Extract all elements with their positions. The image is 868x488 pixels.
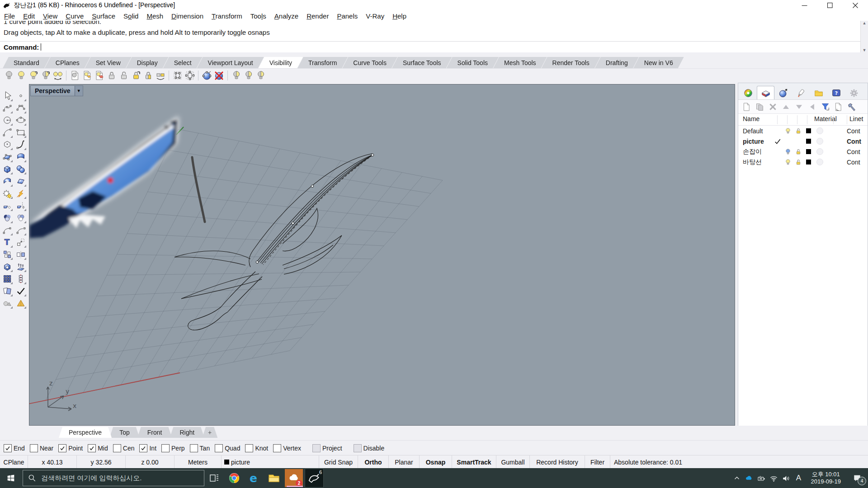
- layer-row-default[interactable]: DefaultCont: [738, 126, 868, 136]
- tool-doc-bulb-gray-button[interactable]: [69, 70, 81, 82]
- status-cplane[interactable]: CPlane: [0, 455, 28, 469]
- ribbon-tab-curve-tools[interactable]: Curve Tools: [342, 57, 397, 68]
- tool-circle-button[interactable]: [1, 114, 13, 126]
- viewport-perspective[interactable]: z y x Perspective ▼: [29, 84, 735, 426]
- tool-extend-curve-button[interactable]: [14, 224, 27, 236]
- checkbox-unchecked[interactable]: [245, 444, 253, 452]
- layer-material-cell[interactable]: [813, 159, 826, 165]
- menu-mesh[interactable]: Mesh: [142, 12, 167, 20]
- tool-bulb-gray-button[interactable]: [3, 70, 15, 82]
- tool-array-vertical-button[interactable]: [14, 273, 27, 285]
- tool-rectangle-button[interactable]: [14, 127, 27, 138]
- layers-doc-copy-button[interactable]: [753, 101, 766, 113]
- tool-boolean-dark-button[interactable]: [1, 212, 13, 224]
- scroll-down-icon[interactable]: ▼: [863, 48, 867, 52]
- tool-lock-open-button[interactable]: [118, 70, 130, 82]
- osnap-project[interactable]: Project: [312, 444, 342, 452]
- tool-extrude-button[interactable]: [14, 261, 27, 272]
- rhino-taskbar-icon[interactable]: 6: [305, 469, 324, 488]
- layers-doc-corner-button[interactable]: [832, 101, 845, 113]
- tool-arc-button[interactable]: [1, 127, 13, 138]
- tool-solid-union-button[interactable]: [1, 261, 13, 272]
- file-explorer-icon[interactable]: [264, 468, 284, 488]
- status-units[interactable]: Meters: [175, 455, 222, 469]
- layers-tri-up-button[interactable]: [779, 101, 793, 113]
- tool-doc-bulb-box-button[interactable]: [81, 70, 93, 82]
- wifi-icon[interactable]: [768, 468, 780, 488]
- layer-row-바탕선[interactable]: 바탕선Cont: [738, 157, 868, 167]
- osnap-mid[interactable]: Mid: [88, 444, 108, 452]
- tool-sphere-points-button[interactable]: [201, 70, 213, 82]
- layer-lock-icon[interactable]: [793, 159, 803, 166]
- layer-lock-icon[interactable]: [793, 127, 803, 135]
- task-view-button[interactable]: [204, 468, 224, 488]
- viewport-tab-top[interactable]: Top: [109, 427, 140, 438]
- tray-chevron-up-icon[interactable]: [731, 468, 743, 488]
- menu-tools[interactable]: Tools: [246, 12, 270, 20]
- notification-center-button[interactable]: 4: [846, 468, 868, 488]
- checkbox-checked[interactable]: [58, 444, 66, 452]
- tool-group-gray-button[interactable]: [1, 297, 13, 309]
- ribbon-tab-display[interactable]: Display: [126, 57, 169, 68]
- close-button[interactable]: [843, 0, 868, 11]
- layer-visibility-bulb-icon[interactable]: [783, 159, 793, 166]
- onedrive-icon[interactable]: [743, 468, 755, 488]
- tool-bulb-half-2-button[interactable]: [242, 70, 255, 82]
- osnap-vertex[interactable]: Vertex: [273, 444, 301, 452]
- ribbon-tab-cplanes[interactable]: CPlanes: [45, 57, 90, 68]
- layer-row-손잡이[interactable]: 손잡이Cont: [738, 146, 868, 157]
- checkbox-unchecked[interactable]: [273, 444, 281, 452]
- status-toggle-osnap[interactable]: Osnap: [420, 455, 452, 469]
- layer-color-cell[interactable]: [803, 160, 813, 164]
- checkbox-checked[interactable]: [139, 444, 147, 452]
- osnap-cen[interactable]: Cen: [113, 444, 135, 452]
- tool-trim-button[interactable]: [1, 200, 13, 211]
- checkbox-unchecked[interactable]: [190, 444, 198, 452]
- sword-curve-object[interactable]: [175, 154, 373, 330]
- tool-surface-plane-button[interactable]: [1, 151, 13, 163]
- osnap-knot[interactable]: Knot: [245, 444, 268, 452]
- tool-explode-star-button[interactable]: [1, 188, 13, 199]
- scroll-up-icon[interactable]: ▲: [863, 21, 867, 25]
- status-toggle-planar[interactable]: Planar: [389, 455, 420, 469]
- tool-lock-closed-button[interactable]: [105, 70, 118, 82]
- ime-indicator[interactable]: A: [792, 474, 806, 483]
- tool-boolean-light-button[interactable]: [14, 212, 27, 224]
- checkbox-unchecked[interactable]: [215, 444, 223, 452]
- layer-row-picture[interactable]: pictureCont: [738, 136, 868, 146]
- tool-point-button[interactable]: [14, 90, 27, 102]
- viewport-scene[interactable]: z y x: [29, 84, 735, 426]
- tool-lock-half-button[interactable]: [142, 70, 154, 82]
- start-button[interactable]: [0, 468, 22, 488]
- menu-solid[interactable]: Solid: [119, 12, 142, 20]
- tool-bulb-yellow-corner-button[interactable]: [27, 70, 39, 82]
- menu-analyze[interactable]: Analyze: [270, 12, 302, 20]
- checkbox-checked[interactable]: [4, 444, 12, 452]
- tool-bulb-half-3-button[interactable]: [255, 70, 267, 82]
- ribbon-tab-transform[interactable]: Transform: [297, 57, 348, 68]
- cloud-app-icon[interactable]: 2: [285, 469, 303, 487]
- tool-points-grid-1-button[interactable]: [171, 70, 184, 82]
- layer-visibility-bulb-icon[interactable]: [783, 127, 793, 135]
- layer-color-cell[interactable]: [803, 128, 813, 133]
- viewport-canvas[interactable]: z y x: [29, 84, 735, 426]
- ribbon-tab-viewport-layout[interactable]: Viewport Layout: [197, 57, 264, 68]
- command-scrollbar[interactable]: ▲ ▼: [860, 21, 868, 52]
- status-toggle-grid-snap[interactable]: Grid Snap: [319, 455, 358, 469]
- status-current-layer[interactable]: picture: [222, 455, 319, 469]
- panel-tab-layer-cake[interactable]: [757, 86, 774, 99]
- tool-box-button[interactable]: [1, 163, 13, 175]
- minimize-button[interactable]: [792, 0, 817, 11]
- tool-copy-array-button[interactable]: [1, 249, 13, 260]
- ribbon-tab-set-view[interactable]: Set View: [85, 57, 132, 68]
- layer-linetype[interactable]: Cont: [847, 148, 868, 155]
- layers-doc-new-button[interactable]: [740, 101, 753, 113]
- viewport-title[interactable]: Perspective: [31, 86, 75, 96]
- layer-material-cell[interactable]: [813, 127, 826, 134]
- menu-dimension[interactable]: Dimension: [167, 12, 208, 20]
- tool-scale-button[interactable]: [14, 236, 27, 248]
- layers-delete-x-button[interactable]: [766, 101, 779, 113]
- tool-bulb-half-corner-button[interactable]: [39, 70, 52, 82]
- tray-clock[interactable]: 오후 10:01 2019-09-19: [806, 471, 847, 485]
- panel-tab-help-panel[interactable]: ?: [827, 86, 845, 99]
